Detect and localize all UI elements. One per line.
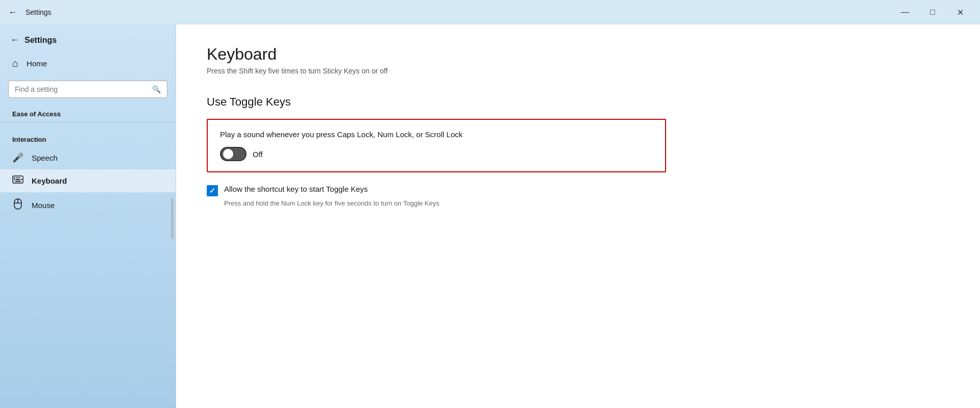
content-subtitle: Press the Shift key five times to turn S…	[207, 67, 949, 75]
svg-rect-7	[15, 181, 21, 182]
page-title: Keyboard	[207, 45, 949, 64]
back-arrow-icon[interactable]: ←	[8, 7, 17, 18]
toggle-box-description: Play a sound whenever you press Caps Loc…	[220, 130, 653, 139]
title-bar-title: Settings	[26, 8, 52, 16]
sidebar-back-icon[interactable]: ←	[10, 35, 19, 45]
search-input[interactable]	[15, 85, 148, 93]
sidebar-keyboard-label: Keyboard	[32, 176, 67, 185]
mouse-icon	[12, 198, 23, 212]
shortcut-checkbox[interactable]: ✓	[207, 185, 218, 196]
content-area: Keyboard Press the Shift key five times …	[176, 24, 980, 408]
home-icon: ⌂	[12, 58, 18, 69]
sidebar-title: Settings	[24, 36, 57, 45]
checkmark-icon: ✓	[209, 187, 215, 195]
svg-rect-2	[16, 177, 18, 178]
ease-of-access-label: Ease of Access	[0, 106, 176, 120]
search-box[interactable]: 🔍	[8, 81, 167, 98]
sidebar-item-mouse[interactable]: Mouse	[0, 192, 176, 218]
svg-rect-5	[16, 179, 20, 180]
toggle-state-label: Off	[253, 150, 263, 159]
shortcut-checkbox-description: Press and hold the Num Lock key for five…	[224, 199, 663, 207]
minimize-button[interactable]: —	[893, 4, 917, 20]
shortcut-checkbox-label: Allow the shortcut key to start Toggle K…	[224, 185, 368, 193]
title-bar: ← Settings — □ ✕	[0, 0, 980, 24]
mic-icon: 🎤	[12, 152, 23, 163]
keyboard-icon	[12, 175, 23, 186]
toggle-row: Off	[220, 147, 653, 161]
svg-rect-4	[14, 179, 15, 180]
interaction-label: Interaction	[12, 136, 46, 143]
shortcut-checkbox-row: ✓ Allow the shortcut key to start Toggle…	[207, 185, 666, 196]
toggle-knob	[223, 149, 233, 159]
maximize-button[interactable]: □	[921, 4, 944, 20]
sidebar-speech-label: Speech	[32, 154, 58, 162]
search-icon: 🔍	[152, 85, 161, 93]
sidebar-item-speech[interactable]: 🎤 Speech	[0, 146, 176, 169]
toggle-keys-heading: Use Toggle Keys	[207, 95, 949, 109]
sidebar-home-label: Home	[27, 59, 47, 68]
sidebar-divider	[0, 122, 176, 122]
svg-rect-1	[14, 177, 15, 178]
toggle-switch[interactable]	[220, 147, 247, 161]
main-container: ← Settings ⌂ Home 🔍 Ease of Access Inter…	[0, 24, 980, 408]
close-button[interactable]: ✕	[948, 4, 972, 20]
sidebar-item-home[interactable]: ⌂ Home	[0, 50, 176, 76]
scroll-indicator[interactable]	[171, 198, 174, 239]
sidebar-item-keyboard[interactable]: Keyboard	[0, 169, 176, 192]
toggle-keys-box: Play a sound whenever you press Caps Loc…	[207, 119, 666, 172]
sidebar: ← Settings ⌂ Home 🔍 Ease of Access Inter…	[0, 24, 176, 408]
sidebar-back: ← Settings	[0, 24, 176, 50]
svg-rect-3	[18, 177, 20, 178]
svg-rect-6	[20, 179, 22, 180]
title-bar-controls: — □ ✕	[893, 4, 972, 20]
title-bar-left: ← Settings	[8, 7, 52, 18]
sidebar-mouse-label: Mouse	[32, 201, 55, 210]
